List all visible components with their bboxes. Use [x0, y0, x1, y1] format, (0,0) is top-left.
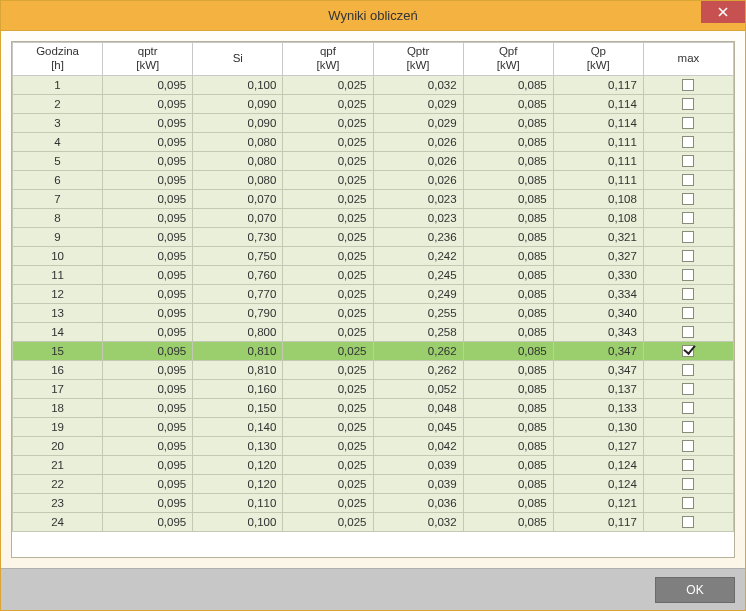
cell-qptr: 0,095	[103, 113, 193, 132]
max-checkbox[interactable]	[682, 402, 694, 414]
max-checkbox[interactable]	[682, 326, 694, 338]
cell-qpf: 0,025	[283, 208, 373, 227]
max-checkbox[interactable]	[682, 212, 694, 224]
cell-si: 0,750	[193, 246, 283, 265]
cell-qptr: 0,095	[103, 512, 193, 531]
col-header[interactable]: max	[643, 43, 733, 76]
col-header[interactable]: qpf[kW]	[283, 43, 373, 76]
cell-Qp: 0,340	[553, 303, 643, 322]
col-header[interactable]: Qp[kW]	[553, 43, 643, 76]
table-row[interactable]: 100,0950,7500,0250,2420,0850,327	[13, 246, 734, 265]
cell-si: 0,120	[193, 474, 283, 493]
table-row[interactable]: 10,0950,1000,0250,0320,0850,117	[13, 75, 734, 94]
cell-Qp: 0,133	[553, 398, 643, 417]
table-row[interactable]: 200,0950,1300,0250,0420,0850,127	[13, 436, 734, 455]
col-header[interactable]: Qpf[kW]	[463, 43, 553, 76]
col-header[interactable]: Si	[193, 43, 283, 76]
cell-Qp: 0,111	[553, 151, 643, 170]
table-row[interactable]: 80,0950,0700,0250,0230,0850,108	[13, 208, 734, 227]
col-header[interactable]: Qptr[kW]	[373, 43, 463, 76]
cell-max	[643, 151, 733, 170]
table-row[interactable]: 220,0950,1200,0250,0390,0850,124	[13, 474, 734, 493]
cell-qpf: 0,025	[283, 493, 373, 512]
cell-h: 5	[13, 151, 103, 170]
max-checkbox[interactable]	[682, 459, 694, 471]
max-checkbox[interactable]	[682, 174, 694, 186]
table-row[interactable]: 140,0950,8000,0250,2580,0850,343	[13, 322, 734, 341]
table-row[interactable]: 180,0950,1500,0250,0480,0850,133	[13, 398, 734, 417]
table-row[interactable]: 240,0950,1000,0250,0320,0850,117	[13, 512, 734, 531]
table-row[interactable]: 20,0950,0900,0250,0290,0850,114	[13, 94, 734, 113]
close-button[interactable]	[701, 1, 745, 23]
cell-h: 10	[13, 246, 103, 265]
cell-Qp: 0,108	[553, 208, 643, 227]
cell-Qpf: 0,085	[463, 94, 553, 113]
col-header[interactable]: qptr[kW]	[103, 43, 193, 76]
table-row[interactable]: 40,0950,0800,0250,0260,0850,111	[13, 132, 734, 151]
max-checkbox[interactable]	[682, 155, 694, 167]
max-checkbox[interactable]	[682, 440, 694, 452]
cell-qptr: 0,095	[103, 170, 193, 189]
max-checkbox[interactable]	[682, 98, 694, 110]
max-checkbox[interactable]	[682, 364, 694, 376]
cell-qptr: 0,095	[103, 246, 193, 265]
window-title: Wyniki obliczeń	[1, 8, 745, 23]
cell-qptr: 0,095	[103, 417, 193, 436]
table-row[interactable]: 30,0950,0900,0250,0290,0850,114	[13, 113, 734, 132]
table-body: 10,0950,1000,0250,0320,0850,11720,0950,0…	[13, 75, 734, 531]
table-row[interactable]: 110,0950,7600,0250,2450,0850,330	[13, 265, 734, 284]
cell-Qptr: 0,032	[373, 512, 463, 531]
cell-h: 1	[13, 75, 103, 94]
max-checkbox[interactable]	[682, 288, 694, 300]
max-checkbox[interactable]	[682, 231, 694, 243]
cell-Qptr: 0,236	[373, 227, 463, 246]
cell-max	[643, 474, 733, 493]
cell-Qptr: 0,039	[373, 455, 463, 474]
cell-qpf: 0,025	[283, 455, 373, 474]
max-checkbox[interactable]	[682, 269, 694, 281]
col-header[interactable]: Godzina[h]	[13, 43, 103, 76]
table-row[interactable]: 120,0950,7700,0250,2490,0850,334	[13, 284, 734, 303]
cell-si: 0,150	[193, 398, 283, 417]
max-checkbox[interactable]	[682, 383, 694, 395]
table-row[interactable]: 190,0950,1400,0250,0450,0850,130	[13, 417, 734, 436]
table-row[interactable]: 60,0950,0800,0250,0260,0850,111	[13, 170, 734, 189]
table-row[interactable]: 170,0950,1600,0250,0520,0850,137	[13, 379, 734, 398]
max-checkbox[interactable]	[682, 117, 694, 129]
max-checkbox[interactable]	[682, 79, 694, 91]
max-checkbox[interactable]	[682, 136, 694, 148]
cell-qpf: 0,025	[283, 113, 373, 132]
max-checkbox[interactable]	[682, 497, 694, 509]
table-row[interactable]: 90,0950,7300,0250,2360,0850,321	[13, 227, 734, 246]
max-checkbox[interactable]	[682, 478, 694, 490]
max-checkbox[interactable]	[682, 345, 694, 357]
max-checkbox[interactable]	[682, 250, 694, 262]
table-row[interactable]: 230,0950,1100,0250,0360,0850,121	[13, 493, 734, 512]
cell-Qptr: 0,026	[373, 151, 463, 170]
ok-button[interactable]: OK	[655, 577, 735, 603]
cell-qpf: 0,025	[283, 379, 373, 398]
cell-Qp: 0,347	[553, 360, 643, 379]
table-row[interactable]: 210,0950,1200,0250,0390,0850,124	[13, 455, 734, 474]
cell-Qpf: 0,085	[463, 132, 553, 151]
max-checkbox[interactable]	[682, 307, 694, 319]
cell-qptr: 0,095	[103, 398, 193, 417]
max-checkbox[interactable]	[682, 421, 694, 433]
table-row[interactable]: 70,0950,0700,0250,0230,0850,108	[13, 189, 734, 208]
cell-si: 0,100	[193, 75, 283, 94]
table-row[interactable]: 160,0950,8100,0250,2620,0850,347	[13, 360, 734, 379]
table-row[interactable]: 50,0950,0800,0250,0260,0850,111	[13, 151, 734, 170]
cell-qptr: 0,095	[103, 265, 193, 284]
cell-h: 21	[13, 455, 103, 474]
table-row[interactable]: 130,0950,7900,0250,2550,0850,340	[13, 303, 734, 322]
max-checkbox[interactable]	[682, 193, 694, 205]
max-checkbox[interactable]	[682, 516, 694, 528]
header-row: Godzina[h]qptr[kW]Siqpf[kW]Qptr[kW]Qpf[k…	[13, 43, 734, 76]
cell-si: 0,790	[193, 303, 283, 322]
cell-Qpf: 0,085	[463, 417, 553, 436]
col-header-line2: [h]	[17, 59, 98, 73]
cell-max	[643, 75, 733, 94]
cell-Qptr: 0,045	[373, 417, 463, 436]
col-header-line1: qpf	[287, 45, 368, 59]
table-row[interactable]: 150,0950,8100,0250,2620,0850,347	[13, 341, 734, 360]
